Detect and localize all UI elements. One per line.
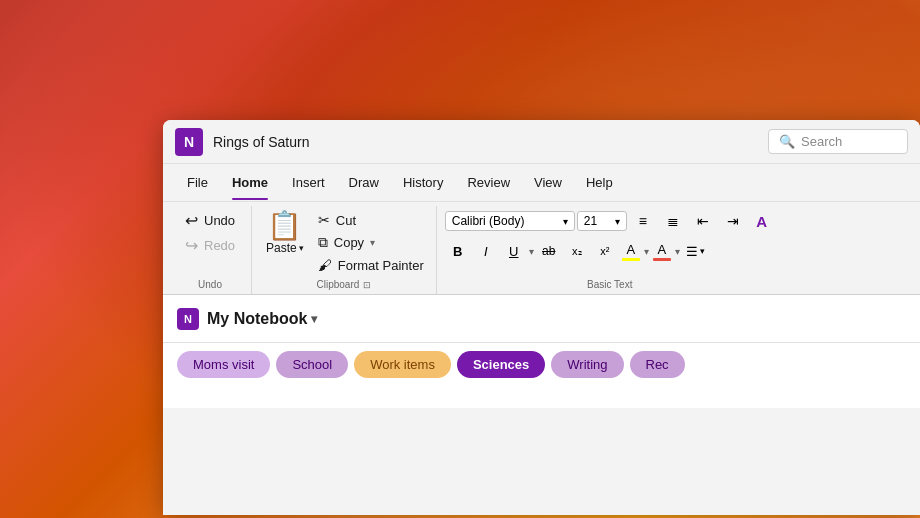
font-color-button[interactable]: A	[651, 241, 673, 262]
decrease-indent-button[interactable]: ⇤	[689, 208, 717, 234]
title-bar: N Rings of Saturn 🔍 Search	[163, 120, 920, 164]
basic-text-group: Calibri (Body) ▾ 21 ▾ ≡ ≣	[437, 206, 783, 294]
alignment-button[interactable]: ☰ ▾	[682, 242, 709, 261]
superscript-button[interactable]: x²	[592, 238, 618, 264]
undo-button[interactable]: ↩ Undo	[177, 208, 243, 233]
font-color-icon: A	[657, 242, 666, 257]
tab-writing[interactable]: Writing	[551, 351, 623, 378]
copy-icon: ⧉	[318, 234, 328, 251]
bold-button[interactable]: B	[445, 238, 471, 264]
bullet-list-icon: ≡	[639, 213, 647, 229]
undo-group-label: Undo	[177, 275, 243, 290]
tab-sciences[interactable]: Sciences	[457, 351, 545, 378]
font-color-chevron-icon[interactable]: ▾	[675, 246, 680, 257]
highlight-chevron-icon[interactable]: ▾	[644, 246, 649, 257]
cut-label: Cut	[336, 213, 356, 228]
redo-icon: ↪	[185, 236, 198, 255]
tab-rec[interactable]: Rec	[630, 351, 685, 378]
menu-history[interactable]: History	[393, 171, 453, 194]
clipboard-actions: ✂ Cut ⧉ Copy ▾ 🖌 Format Painter	[314, 208, 428, 275]
font-chevron-icon: ▾	[563, 216, 568, 227]
content-area[interactable]	[163, 378, 920, 408]
paste-label-row: Paste ▾	[266, 241, 304, 255]
italic-button[interactable]: I	[473, 238, 499, 264]
menu-insert[interactable]: Insert	[282, 171, 335, 194]
menu-draw[interactable]: Draw	[339, 171, 389, 194]
underline-button[interactable]: U	[501, 238, 527, 264]
notebook-icon: N	[177, 308, 199, 330]
copy-label: Copy	[334, 235, 364, 250]
cut-button[interactable]: ✂ Cut	[314, 210, 428, 230]
format-painter-label: Format Painter	[338, 258, 424, 273]
menu-bar: File Home Insert Draw History Review Vie…	[163, 164, 920, 202]
format-painter-icon: 🖌	[318, 257, 332, 273]
styles-button[interactable]: A	[749, 208, 775, 234]
onenote-icon: N	[175, 128, 203, 156]
numbered-list-button[interactable]: ≣	[659, 208, 687, 234]
basic-text-group-label: Basic Text	[445, 275, 775, 290]
font-size-selector[interactable]: 21 ▾	[577, 211, 627, 231]
highlight-icon: A	[626, 242, 635, 257]
menu-home[interactable]: Home	[222, 171, 278, 194]
clipboard-expand-icon[interactable]: ⊡	[363, 280, 371, 290]
strikethrough-button[interactable]: ab	[536, 238, 562, 264]
app-title: Rings of Saturn	[213, 134, 768, 150]
undo-group-content: ↩ Undo ↪ Redo	[177, 208, 243, 275]
bullet-list-button[interactable]: ≡	[629, 208, 657, 234]
basic-text-group-content: Calibri (Body) ▾ 21 ▾ ≡ ≣	[445, 208, 775, 275]
app-window: N Rings of Saturn 🔍 Search File Home Ins…	[163, 120, 920, 515]
menu-review[interactable]: Review	[457, 171, 520, 194]
redo-button[interactable]: ↪ Redo	[177, 233, 243, 258]
clipboard-group-content: 📋 Paste ▾ ✂ Cut ⧉ Copy ▾	[260, 208, 428, 275]
clipboard-group: 📋 Paste ▾ ✂ Cut ⧉ Copy ▾	[252, 206, 437, 294]
ribbon: ↩ Undo ↪ Redo Undo 📋 Paste ▾	[163, 202, 920, 295]
search-icon: 🔍	[779, 134, 795, 149]
font-name: Calibri (Body)	[452, 214, 525, 228]
format-painter-button[interactable]: 🖌 Format Painter	[314, 255, 428, 275]
paste-button[interactable]: 📋 Paste ▾	[260, 208, 310, 259]
highlight-button[interactable]: A	[620, 241, 642, 262]
undo-icon: ↩	[185, 211, 198, 230]
font-selector[interactable]: Calibri (Body) ▾	[445, 211, 575, 231]
menu-file[interactable]: File	[177, 171, 218, 194]
increase-indent-icon: ⇥	[727, 213, 739, 229]
copy-chevron-icon: ▾	[370, 237, 375, 248]
paste-icon: 📋	[267, 212, 302, 240]
subscript-button[interactable]: x₂	[564, 238, 590, 264]
notebook-title[interactable]: My Notebook ▾	[207, 310, 317, 328]
tabs-row: Moms visit School Work items Sciences Wr…	[163, 343, 920, 378]
font-row: Calibri (Body) ▾ 21 ▾ ≡ ≣	[445, 208, 775, 234]
tab-work-items[interactable]: Work items	[354, 351, 451, 378]
align-chevron-icon: ▾	[700, 246, 705, 256]
highlight-color-bar	[622, 258, 640, 261]
font-size: 21	[584, 214, 597, 228]
clipboard-group-label: Clipboard ⊡	[260, 275, 428, 290]
undo-group: ↩ Undo ↪ Redo Undo	[169, 206, 252, 294]
notebook-bar: N My Notebook ▾	[163, 295, 920, 343]
font-color-bar	[653, 258, 671, 261]
tab-school[interactable]: School	[276, 351, 348, 378]
search-box[interactable]: 🔍 Search	[768, 129, 908, 154]
numbered-list-icon: ≣	[667, 213, 679, 229]
decrease-indent-icon: ⇤	[697, 213, 709, 229]
menu-view[interactable]: View	[524, 171, 572, 194]
paste-chevron-icon: ▾	[299, 243, 304, 253]
menu-help[interactable]: Help	[576, 171, 623, 194]
notebook-chevron-icon: ▾	[311, 312, 317, 326]
format-row: B I U ▾ ab x₂ x² A ▾ A	[445, 238, 775, 264]
fontsize-chevron-icon: ▾	[615, 216, 620, 227]
alignment-icon: ☰	[686, 244, 698, 259]
redo-label: Redo	[204, 238, 235, 253]
paste-label: Paste	[266, 241, 297, 255]
search-label: Search	[801, 134, 842, 149]
cut-icon: ✂	[318, 212, 330, 228]
copy-button[interactable]: ⧉ Copy ▾	[314, 232, 428, 253]
increase-indent-button[interactable]: ⇥	[719, 208, 747, 234]
undo-label: Undo	[204, 213, 235, 228]
tab-moms-visit[interactable]: Moms visit	[177, 351, 270, 378]
underline-chevron-icon[interactable]: ▾	[529, 246, 534, 257]
